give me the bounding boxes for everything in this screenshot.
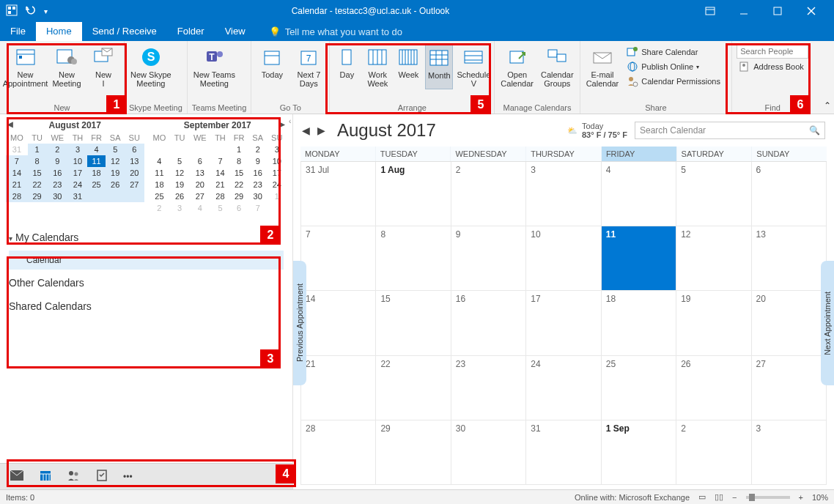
mini-day[interactable]: 4 [149, 155, 171, 167]
week-button[interactable]: Week [396, 44, 421, 89]
mini-day[interactable]: 31 [6, 144, 28, 155]
calendar-cell[interactable]: 13 [752, 226, 827, 291]
mini-day[interactable]: 21 [211, 179, 230, 190]
mini-day[interactable]: 30 [248, 190, 267, 202]
prev-period-button[interactable]: ◀ [302, 125, 310, 136]
zoom-in-button[interactable]: + [799, 493, 803, 502]
mini-day[interactable]: 26 [170, 190, 189, 202]
calendar-cell[interactable]: 4 [602, 162, 676, 226]
calendar-cell[interactable]: 7 [301, 226, 376, 291]
mini-day[interactable]: 11 [87, 155, 106, 167]
calendar-cell[interactable]: 15 [376, 291, 451, 355]
calendar-cell[interactable]: 5 [676, 162, 751, 226]
mini-day[interactable]: 13 [125, 155, 144, 167]
mini-day[interactable]: 4 [189, 202, 211, 214]
mini-day[interactable]: 9 [46, 155, 68, 167]
mini-day[interactable]: 5 [106, 144, 125, 155]
calendar-cell[interactable]: 16 [451, 291, 526, 355]
zoom-out-button[interactable]: − [732, 493, 737, 502]
mini-day[interactable]: 17 [68, 167, 87, 179]
view-reading-icon[interactable]: ▯▯ [715, 492, 723, 502]
calendar-cell[interactable]: 30 [451, 420, 526, 485]
new-meeting-button[interactable]: New Meeting [51, 44, 83, 89]
mini-day[interactable]: 9 [248, 155, 267, 167]
view-normal-icon[interactable]: ▭ [698, 492, 706, 502]
new-skype-meeting-button[interactable]: S New Skype Meeting [129, 44, 173, 89]
other-calendars-header[interactable]: Other Calendars [9, 271, 284, 294]
mini-day[interactable]: 12 [170, 167, 189, 179]
calendar-cell[interactable]: 29 [376, 420, 451, 485]
mini-day[interactable]: 24 [267, 179, 287, 190]
mini-day[interactable]: 8 [229, 155, 248, 167]
calendar-cell[interactable]: 26 [676, 356, 751, 420]
mini-day[interactable]: 19 [170, 179, 189, 190]
mini-day[interactable]: 23 [46, 179, 68, 190]
mini-day[interactable]: 28 [211, 190, 230, 202]
mini-day[interactable]: 3 [170, 202, 189, 214]
zoom-slider[interactable] [746, 496, 790, 499]
mini-day[interactable]: 17 [267, 167, 287, 179]
collapse-ribbon-icon[interactable]: ⌃ [824, 100, 831, 111]
mini-day[interactable]: 5 [170, 155, 189, 167]
weather-widget[interactable]: ⛅ Today 83° F / 75° F [567, 122, 627, 139]
mini-day[interactable]: 4 [87, 144, 106, 155]
mini-day[interactable]: 5 [211, 202, 230, 214]
mini-day[interactable]: 7 [211, 155, 230, 167]
calendar-cell[interactable]: 31 Jul [301, 162, 376, 226]
search-calendar-input[interactable]: Search Calendar 🔍 [635, 122, 825, 139]
calendar-cell[interactable]: 24 [526, 356, 601, 420]
more-nav-icon[interactable]: ••• [123, 472, 133, 482]
mini-day[interactable]: 24 [68, 179, 87, 190]
calendar-cell[interactable]: 1 Sep [602, 420, 676, 485]
mini-day[interactable]: 25 [87, 179, 106, 190]
workweek-button[interactable]: Work Week [364, 44, 391, 89]
mini-day[interactable]: 15 [229, 167, 248, 179]
calendar-cell[interactable]: 31 [526, 420, 601, 485]
publish-online-button[interactable]: Publish Online ▾ [624, 60, 727, 73]
mini-day[interactable]: 1 [229, 144, 248, 155]
mini-day[interactable]: 21 [6, 179, 28, 190]
calendar-cell[interactable]: 14 [301, 291, 376, 355]
mini-day[interactable]: 14 [6, 167, 28, 179]
calendar-cell[interactable]: 18 [602, 291, 676, 355]
next-period-button[interactable]: ▶ [317, 125, 325, 136]
open-calendar-button[interactable]: Open Calendar [499, 44, 535, 89]
mini-day[interactable]: 6 [189, 155, 211, 167]
mini-day[interactable]: 2 [46, 144, 68, 155]
calendar-cell[interactable]: 2 [676, 420, 751, 485]
today-button[interactable]: Today [256, 44, 288, 89]
mini-day[interactable]: 29 [28, 190, 47, 202]
mini-day[interactable]: 10 [267, 155, 287, 167]
calendar-cell[interactable]: 20 [752, 291, 827, 355]
calendar-cell[interactable]: 3 [526, 162, 601, 226]
mini-day[interactable]: 19 [106, 167, 125, 179]
mini-day[interactable]: 22 [28, 179, 47, 190]
calendar-cell[interactable]: 25 [602, 356, 676, 420]
mini-day[interactable]: 1 [267, 190, 287, 202]
mini-day[interactable] [149, 144, 171, 155]
calendar-cell[interactable]: 23 [451, 356, 526, 420]
calendar-cell[interactable]: 21 [301, 356, 376, 420]
prev-month-icon[interactable]: ◀ [7, 120, 13, 128]
collapse-left-icon[interactable]: ‹ [289, 117, 291, 125]
mini-day[interactable] [170, 144, 189, 155]
calendar-cell[interactable]: 12 [676, 226, 751, 291]
day-button[interactable]: Day [334, 44, 359, 89]
mini-day[interactable]: 14 [211, 167, 230, 179]
calendar-cell[interactable]: 3 [752, 420, 827, 485]
close-button[interactable] [794, 0, 828, 22]
new-teams-meeting-button[interactable]: T New Teams Meeting [192, 44, 237, 89]
mini-day[interactable]: 28 [6, 190, 28, 202]
calendar-permissions-button[interactable]: Calendar Permissions [624, 75, 727, 88]
month-button[interactable]: Month [425, 44, 453, 89]
share-calendar-button[interactable]: Share Calendar [624, 45, 727, 59]
mini-day[interactable]: 12 [106, 155, 125, 167]
calendar-default[interactable]: Calendar [9, 251, 284, 270]
tab-send-receive[interactable]: Send / Receive [82, 22, 167, 41]
email-calendar-button[interactable]: E-mail Calendar [585, 44, 621, 89]
mini-day[interactable]: 27 [125, 179, 144, 190]
calendar-cell[interactable]: 22 [376, 356, 451, 420]
mini-day[interactable]: 20 [189, 179, 211, 190]
calendar-cell[interactable]: 10 [526, 226, 601, 291]
schedule-view-button[interactable]: Schedule V [457, 44, 490, 89]
